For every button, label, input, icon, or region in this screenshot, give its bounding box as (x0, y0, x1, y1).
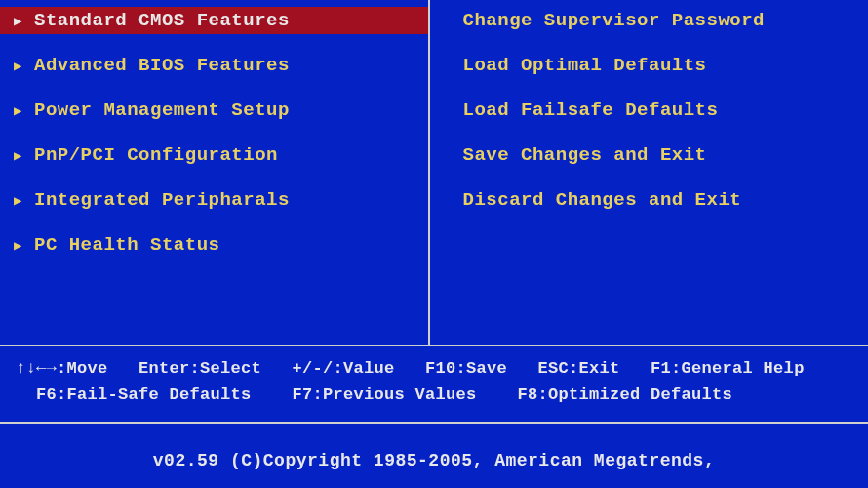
menu-item-label: Change Supervisor Password (463, 10, 765, 31)
triangle-right-icon: ▶ (14, 13, 26, 29)
bios-setup-screen: ▶ Standard CMOS Features ▶ Advanced BIOS… (0, 0, 868, 488)
footer: v02.59 (C)Copyright 1985-2005, American … (0, 424, 868, 488)
menu-item-label: Save Changes and Exit (463, 144, 707, 166)
menu-item-advanced-bios[interactable]: ▶ Advanced BIOS Features (0, 52, 428, 79)
menu-area: ▶ Standard CMOS Features ▶ Advanced BIOS… (0, 0, 868, 346)
menu-item-pc-health[interactable]: ▶ PC Health Status (0, 231, 428, 259)
menu-column-left: ▶ Standard CMOS Features ▶ Advanced BIOS… (0, 0, 430, 345)
menu-item-standard-cmos[interactable]: ▶ Standard CMOS Features (0, 7, 428, 34)
menu-item-label: Power Management Setup (34, 100, 290, 121)
help-row-2: F6:Fail-Safe Defaults F7:Previous Values… (16, 383, 852, 408)
menu-item-integrated-peripherals[interactable]: ▶ Integrated Peripharals (0, 186, 428, 214)
menu-item-discard-changes-exit[interactable]: Discard Changes and Exit (463, 186, 868, 214)
menu-item-save-changes-exit[interactable]: Save Changes and Exit (463, 142, 868, 169)
menu-column-right: Change Supervisor Password Load Optimal … (430, 0, 868, 345)
menu-item-pnp-pci[interactable]: ▶ PnP/PCI Configuration (0, 142, 428, 169)
triangle-right-icon: ▶ (14, 237, 26, 254)
menu-item-change-supervisor-password[interactable]: Change Supervisor Password (463, 7, 868, 34)
copyright-text: v02.59 (C)Copyright 1985-2005, American … (153, 451, 715, 470)
triangle-right-icon: ▶ (14, 192, 26, 209)
menu-item-label: Standard CMOS Features (34, 10, 290, 31)
triangle-right-icon: ▶ (14, 102, 26, 119)
menu-item-load-failsafe-defaults[interactable]: Load Failsafe Defaults (463, 97, 868, 124)
menu-item-label: Load Optimal Defaults (463, 55, 707, 76)
menu-item-label: Integrated Peripharals (34, 189, 290, 211)
key-help-bar: ↑↓←→:Move Enter:Select +/-/:Value F10:Sa… (0, 346, 868, 424)
menu-item-load-optimal-defaults[interactable]: Load Optimal Defaults (463, 52, 868, 79)
triangle-right-icon: ▶ (14, 147, 26, 164)
menu-item-label: Discard Changes and Exit (463, 189, 742, 211)
help-row-1: ↑↓←→:Move Enter:Select +/-/:Value F10:Sa… (16, 356, 852, 382)
menu-item-label: Advanced BIOS Features (34, 55, 290, 76)
menu-item-label: Load Failsafe Defaults (463, 100, 719, 121)
triangle-right-icon: ▶ (14, 58, 26, 74)
menu-item-label: PnP/PCI Configuration (34, 144, 278, 166)
menu-item-power-management[interactable]: ▶ Power Management Setup (0, 97, 428, 124)
menu-item-label: PC Health Status (34, 234, 219, 256)
